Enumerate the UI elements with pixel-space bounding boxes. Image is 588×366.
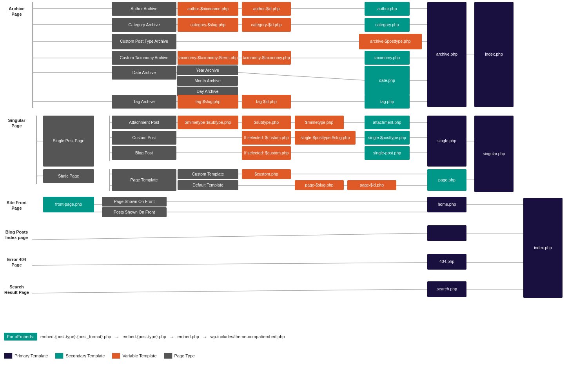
single-post-php-node: single-post.php	[365, 146, 410, 160]
svg-rect-55	[109, 169, 110, 191]
tag-id-node: tag-$id.php	[242, 95, 291, 109]
page-shown-front-node: Page Shown On Front	[102, 197, 167, 207]
svg-line-69	[32, 263, 427, 265]
legend-secondary-label: Secondary Template	[65, 353, 105, 358]
custom-taxonomy-archive-node: Custom Taxonomy Archive	[112, 51, 176, 65]
single-post-page-node: Single Post Page	[43, 116, 94, 167]
category-id-node: category-$id.php	[242, 18, 291, 32]
taxonomy-tax-node: taxonomy-$taxonomy.php	[242, 51, 291, 65]
category-slug-node: category-$slug.php	[178, 18, 238, 32]
svg-rect-35	[36, 116, 37, 184]
mimetype-subtype-node: $mimetype-$subtype.php	[178, 116, 238, 129]
index-php-right-node: index.php	[523, 198, 563, 298]
legend-page-type-box	[164, 353, 172, 359]
year-archive-node: Year Archive	[177, 65, 238, 75]
front-page-php-node: front-page.php	[43, 197, 94, 212]
posts-shown-front-node: Posts Shown On Front	[102, 207, 167, 217]
single-posttype-slug-node: single-$posttype-$slug.php	[295, 131, 356, 145]
legend-page-type: Page Type	[164, 353, 195, 359]
svg-rect-38	[109, 116, 110, 161]
oembed-file-1: embed-{post-type}-{post_format}.php	[40, 334, 111, 339]
svg-rect-0	[32, 2, 33, 108]
svg-line-70	[32, 289, 427, 293]
author-php-node: author.php	[365, 2, 410, 16]
category-php-node: category.php	[365, 18, 410, 32]
blog-posts-index-label: Blog Posts Index page	[2, 227, 31, 249]
custom-post-type-archive-node: Custom Post Type Archive	[112, 34, 176, 49]
page-php-node: page.php	[427, 169, 466, 191]
site-front-page-label: Site Front Page	[2, 198, 31, 221]
custom-template-node: Custom Template	[178, 169, 238, 179]
legend-variable-box	[112, 353, 120, 359]
taxonomy-php-node: taxonomy.php	[365, 51, 410, 65]
tag-php-node: tag.php	[365, 95, 410, 109]
author-id-node: author-$id.php	[242, 2, 291, 16]
oembed-file-2: embed-{post-type}.php	[123, 334, 166, 339]
singular-page-label: Singular Page	[2, 116, 31, 194]
page-id-node: page-$id.php	[347, 180, 396, 190]
mimetype-php-node: $mimetype.php	[295, 116, 344, 129]
legend: Primary Template Secondary Template Vari…	[4, 353, 195, 359]
error-404-label: Error 404 Page	[2, 255, 31, 276]
search-result-label: Search Result Page	[2, 282, 31, 304]
legend-page-type-label: Page Type	[174, 353, 195, 358]
page-slug-node: page-$slug.php	[295, 180, 344, 190]
date-php-node: date.php	[365, 66, 410, 95]
if-selected-custom2-node: If selected: $custom.php	[242, 146, 291, 160]
oembed-file-4: wp-includes/theme-compat/embed.php	[211, 334, 285, 339]
blog-index-php-node	[427, 225, 466, 241]
legend-variable: Variable Template	[112, 353, 156, 359]
err404-php-node: 404.php	[427, 254, 466, 270]
page-template-node: Page Template	[112, 169, 176, 191]
blog-post-node: Blog Post	[112, 146, 176, 160]
oembed-file-3: embed.php	[178, 334, 199, 339]
legend-primary-label: Primary Template	[15, 353, 48, 358]
default-template-node: Default Template	[178, 180, 238, 190]
single-php-node: single.php	[427, 116, 466, 167]
svg-line-68	[32, 233, 427, 240]
taxonomy-tax-term-node: taxonomy-$taxonomy-$term.php	[178, 51, 238, 65]
attachment-php-node: attachment.php	[365, 116, 410, 129]
subtype-php-node: $subtype.php	[242, 116, 291, 129]
search-php-node: search.php	[427, 281, 466, 297]
archive-page-label: Archive Page	[2, 4, 31, 108]
diagram: Archive Page Author Archive Category Arc…	[0, 0, 588, 366]
home-php-node: home.php	[427, 197, 466, 212]
archive-php-node: archive.php	[427, 2, 466, 107]
index-php-top-node: index.php	[474, 2, 514, 107]
custom-php-node: $custom.php	[242, 169, 291, 179]
legend-variable-label: Variable Template	[122, 353, 156, 358]
tag-slug-node: tag-$slug.php	[178, 95, 238, 109]
legend-primary-box	[4, 353, 13, 359]
legend-secondary: Secondary Template	[55, 353, 105, 359]
author-nicename-node: author-$nicename.php	[178, 2, 238, 16]
singular-php-node: singular.php	[474, 116, 514, 192]
arrow-3: →	[202, 334, 207, 340]
svg-line-28	[238, 72, 365, 80]
static-page-node: Static Page	[43, 169, 94, 183]
attachment-post-node: Attachment Post	[112, 116, 176, 129]
category-archive-node: Category Archive	[112, 18, 176, 32]
date-archive-node: Date Archive	[112, 66, 176, 80]
single-posttype-node: single-$posttype.php	[365, 131, 410, 145]
arrow-1: →	[114, 334, 120, 340]
oembeds-row: For oEmbeds: embed-{post-type}-{post_for…	[4, 333, 285, 341]
archive-posttype-node: archive-$posttype.php	[359, 34, 422, 49]
tag-archive-node: Tag Archive	[112, 95, 176, 109]
custom-post-node: Custom Post	[112, 131, 176, 145]
author-archive-node: Author Archive	[112, 2, 176, 16]
if-selected-custom1-node: If selected: $custom.php	[242, 131, 291, 145]
legend-primary: Primary Template	[4, 353, 48, 359]
oembeds-label: For oEmbeds:	[4, 333, 37, 341]
arrow-2: →	[169, 334, 174, 340]
month-archive-node: Month Archive	[177, 76, 238, 86]
legend-secondary-box	[55, 353, 64, 359]
